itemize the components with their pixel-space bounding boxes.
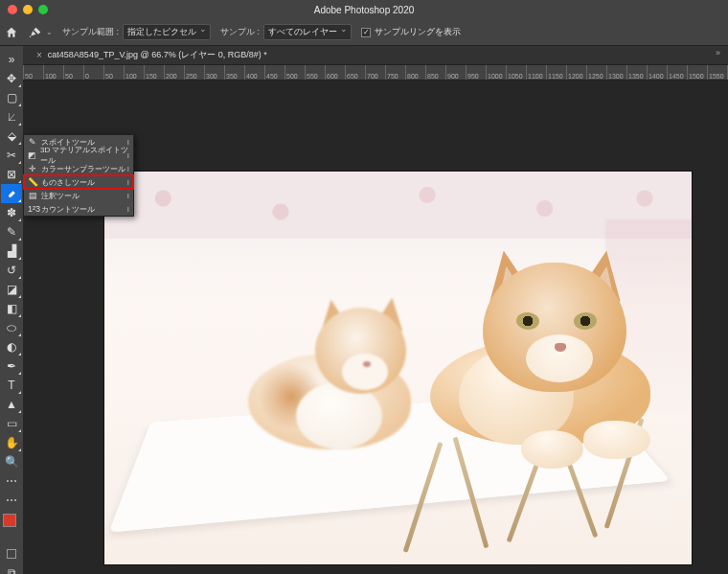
image-content	[104, 172, 692, 564]
tab-scroll-right[interactable]: »	[716, 48, 720, 57]
quick-mask-toggle[interactable]	[1, 544, 22, 563]
ruler-tick: 1150	[546, 65, 566, 80]
history-brush-tool[interactable]: ↺	[1, 261, 22, 280]
ruler-tick: 300	[204, 65, 224, 80]
flyout-count-tool[interactable]: 1²3 カウントツール I	[24, 202, 133, 216]
traffic-lights	[0, 5, 48, 14]
zoom-tool[interactable]: 🔍	[1, 452, 22, 471]
counter-icon: 1²3	[28, 204, 37, 214]
macos-titlebar: Adobe Photoshop 2020	[0, 0, 728, 19]
zoom-window-button[interactable]	[38, 5, 48, 14]
expand-tools-icon[interactable]: »	[1, 50, 22, 69]
flyout-shortcut: I	[127, 165, 129, 173]
lasso-tool[interactable]: ⟀	[1, 107, 22, 126]
ruler-icon: 📏	[28, 177, 37, 187]
sample-size-select[interactable]: 指定したピクセル	[123, 24, 211, 40]
flyout-color-sampler-tool[interactable]: ✛ カラーサンプラーツール I	[24, 162, 133, 175]
sample-select[interactable]: すべてのレイヤー	[263, 24, 352, 40]
flyout-shortcut: I	[127, 151, 129, 160]
brush-tool[interactable]: ✎	[1, 222, 22, 241]
ruler-tick: 450	[264, 65, 284, 80]
ruler-horizontal[interactable]: 5010050050100150200250300350400450500550…	[23, 65, 728, 80]
ruler-tick: 350	[224, 65, 244, 80]
ruler-tick: 750	[385, 65, 405, 80]
path-select-tool[interactable]: ▲	[1, 395, 22, 414]
ruler-tick: 1450	[667, 65, 687, 80]
cube-icon: ◩	[28, 150, 36, 160]
ruler-tick: 150	[144, 65, 164, 80]
note-icon: ▤	[28, 191, 37, 200]
ruler-tick: 50	[63, 65, 83, 80]
ruler-tick: 1250	[586, 65, 606, 80]
ruler-tick: 550	[305, 65, 325, 80]
document-canvas[interactable]	[104, 172, 692, 564]
ruler-tick: 50	[23, 65, 43, 80]
ruler-tick: 100	[43, 65, 63, 80]
document-tab-label: cat458A8549_TP_V.jpg @ 66.7% (レイヤー 0, RG…	[48, 49, 267, 61]
ruler-tick: 200	[164, 65, 184, 80]
move-tool[interactable]: ✥	[1, 69, 22, 88]
ruler-tick: 100	[124, 65, 144, 80]
ruler-tick: 1400	[647, 65, 667, 80]
flyout-shortcut: I	[127, 178, 129, 187]
foreground-swatch[interactable]	[3, 514, 16, 527]
tool-preset[interactable]: ⌄	[29, 26, 53, 39]
flyout-shortcut: I	[127, 205, 129, 214]
flyout-shortcut: I	[127, 192, 129, 200]
ruler-tick: 900	[445, 65, 466, 80]
flyout-note-tool[interactable]: ▤ 注釈ツール I	[24, 189, 133, 202]
type-tool[interactable]: T	[1, 376, 22, 395]
tools-panel: » ✥ ▢ ⟀ ⬙ ✂ ⊠ ✽ ✎ ▟ ↺ ◪ ◧ ⬭ ◐ ✒ T ▲ ▭ ✋ …	[0, 46, 23, 574]
pen-tool[interactable]: ✒	[1, 356, 22, 376]
ruler-tick: 400	[244, 65, 264, 80]
ruler-tick: 1000	[486, 65, 506, 80]
ruler-tick: 1200	[566, 65, 586, 80]
gradient-tool[interactable]: ◧	[1, 299, 22, 318]
shape-tool[interactable]: ▭	[1, 414, 22, 433]
clone-stamp-tool[interactable]: ▟	[1, 241, 22, 261]
close-tab-icon[interactable]: ×	[36, 50, 42, 60]
ruler-tick: 50	[103, 65, 124, 80]
sample-size-label: サンプル範囲 :	[62, 26, 119, 38]
color-swatches[interactable]	[1, 514, 22, 539]
document-tab[interactable]: × cat458A8549_TP_V.jpg @ 66.7% (レイヤー 0, …	[27, 46, 277, 64]
flyout-label: カウントツール	[41, 204, 95, 215]
ruler-tick: 1550	[707, 65, 727, 80]
frame-tool[interactable]: ⊠	[1, 165, 22, 184]
target-icon: ✛	[28, 164, 37, 173]
minimize-window-button[interactable]	[23, 5, 33, 14]
ruler-tick: 1500	[687, 65, 707, 80]
ruler-tick: 650	[345, 65, 365, 80]
document-tab-bar: × cat458A8549_TP_V.jpg @ 66.7% (レイヤー 0, …	[0, 46, 728, 65]
ruler-tick: 1050	[506, 65, 526, 80]
eyedropper-tool[interactable]	[1, 184, 22, 203]
flyout-label: カラーサンプラーツール	[41, 164, 125, 174]
ruler-tick: 800	[405, 65, 425, 80]
ruler-tick: 0	[83, 65, 103, 80]
flyout-label: ものさしツール	[41, 177, 95, 188]
crop-tool[interactable]: ✂	[1, 146, 22, 165]
home-button[interactable]	[4, 25, 19, 40]
eyedropper-icon: ✎	[28, 137, 37, 147]
ruler-tick: 1350	[626, 65, 647, 80]
hand-tool[interactable]: ✋	[1, 433, 22, 452]
healing-brush-tool[interactable]: ✽	[1, 203, 22, 222]
flyout-ruler-tool[interactable]: 📏 ものさしツール I	[24, 175, 133, 189]
marquee-tool[interactable]: ▢	[1, 88, 22, 107]
ruler-tick: 850	[425, 65, 445, 80]
close-window-button[interactable]	[8, 5, 17, 14]
sample-label: サンプル :	[220, 26, 260, 38]
ruler-tick: 950	[466, 65, 486, 80]
blur-tool[interactable]: ⬭	[1, 318, 22, 337]
dodge-tool[interactable]: ◐	[1, 337, 22, 356]
flyout-3d-material-eyedropper[interactable]: ◩ 3D マテリアルスポイトツール I	[24, 149, 133, 162]
eyedropper-flyout-menu: ✎ スポイトツール I ◩ 3D マテリアルスポイトツール I ✛ カラーサンプ…	[23, 134, 134, 217]
edit-toolbar[interactable]: ⋯	[1, 491, 22, 510]
flyout-label: 注釈ツール	[41, 191, 80, 201]
screen-mode-toggle[interactable]: ⧉	[1, 563, 22, 574]
quick-select-tool[interactable]: ⬙	[1, 126, 22, 146]
ruler-tick: 600	[325, 65, 345, 80]
toolbar-divider: ⋯	[1, 471, 22, 491]
show-ring-checkbox[interactable]: ✓	[361, 28, 371, 37]
eraser-tool[interactable]: ◪	[1, 280, 22, 299]
